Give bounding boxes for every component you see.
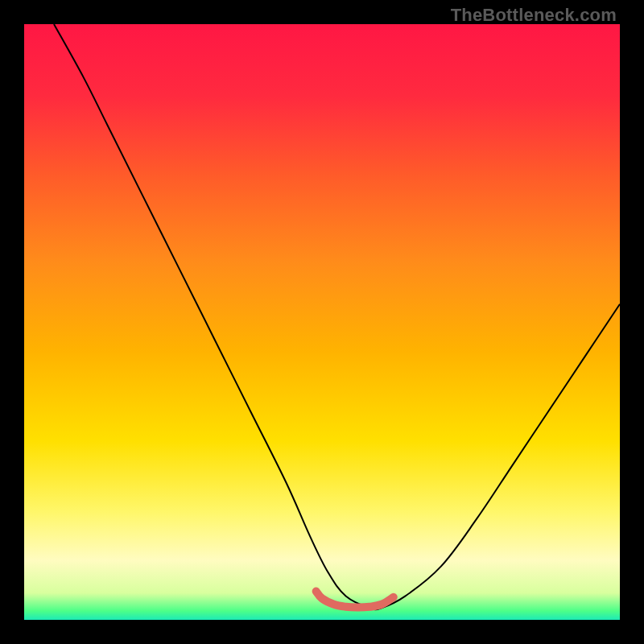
watermark-text: TheBottleneck.com [451, 5, 617, 26]
chart-container: TheBottleneck.com [0, 0, 644, 644]
flat-highlight [316, 591, 394, 607]
bottleneck-curve [54, 24, 620, 609]
curve-layer [24, 24, 620, 620]
plot-area [24, 24, 620, 620]
